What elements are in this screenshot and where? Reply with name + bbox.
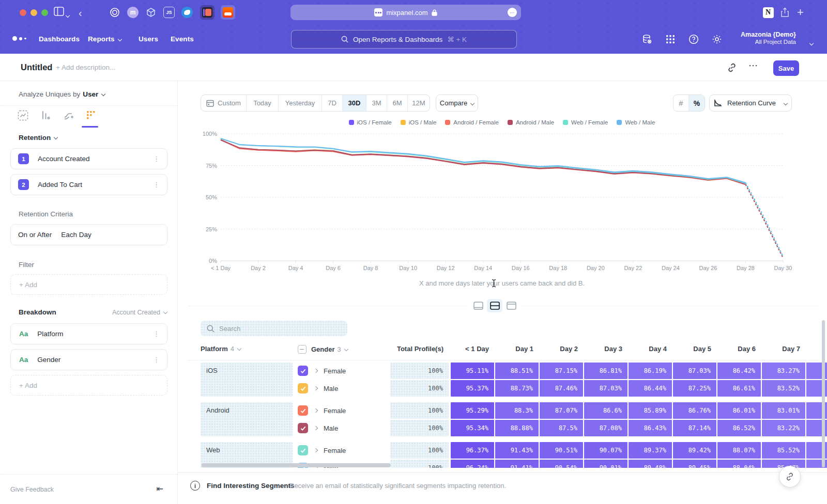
retention-section-label[interactable]: Retention: [19, 134, 57, 141]
retention-value-cell[interactable]: 86.6%: [584, 402, 627, 419]
retention-value-cell[interactable]: 85.52%: [762, 442, 805, 459]
retention-criteria-card[interactable]: On or After Each Day: [10, 224, 167, 245]
extension-letterboxd-icon[interactable]: [200, 5, 215, 20]
retention-value-cell[interactable]: 86.01%: [717, 402, 761, 419]
retention-value-cell[interactable]: 90.51%: [540, 442, 583, 459]
breakdown-add-button[interactable]: + Add: [10, 375, 167, 396]
day-column-header[interactable]: Day 1: [495, 345, 533, 353]
analyze-uniques-value[interactable]: User: [83, 90, 105, 98]
retention-value-cell[interactable]: 96.24%: [451, 460, 494, 468]
retention-value-cell[interactable]: 85.47%: [762, 460, 805, 468]
criteria-each-day[interactable]: Each Day: [61, 231, 91, 239]
chart-type-select[interactable]: Retention Curve: [709, 94, 792, 112]
range-6m[interactable]: 6M: [387, 95, 408, 111]
day-column-header[interactable]: Day 3: [584, 345, 622, 353]
share-icon[interactable]: [778, 6, 791, 19]
gender-row-cell[interactable]: Female: [298, 402, 346, 419]
day-column-header[interactable]: Day 6: [717, 345, 756, 353]
interesting-segments-title[interactable]: Find Interesting Segments: [207, 482, 295, 490]
extension-m-icon[interactable]: m: [127, 6, 139, 19]
expand-row-icon[interactable]: [314, 408, 318, 413]
global-search-button[interactable]: Open Reports & Dashboards ⌘ + K: [291, 30, 517, 49]
data-management-icon[interactable]: [641, 33, 653, 45]
retention-value-cell[interactable]: 91.43%: [495, 442, 539, 459]
range-yesterday[interactable]: Yesterday: [279, 95, 322, 111]
retention-value-cell[interactable]: 86.43%: [629, 420, 672, 436]
retention-value-cell[interactable]: 88.07%: [717, 442, 761, 459]
retention-value-cell[interactable]: 88.88%: [495, 420, 539, 436]
percentage-toggle[interactable]: %: [689, 95, 705, 111]
step-card-account-created[interactable]: 1 Account Created ⋮: [10, 148, 167, 169]
nav-item-reports[interactable]: Reports: [88, 35, 121, 43]
day-column-header[interactable]: < 1 Day: [451, 345, 489, 353]
retention-value-cell[interactable]: 89.37%: [629, 442, 672, 459]
tab-flows-icon[interactable]: [63, 110, 75, 122]
series-checkbox[interactable]: [298, 405, 308, 416]
mixpanel-logo[interactable]: [12, 36, 26, 41]
expand-row-icon[interactable]: [314, 369, 318, 373]
nav-item-users[interactable]: Users: [139, 35, 158, 43]
retention-value-cell[interactable]: 95.37%: [451, 380, 494, 397]
retention-value-cell[interactable]: 90.01%: [584, 460, 627, 468]
notion-icon[interactable]: N: [762, 6, 774, 19]
new-tab-icon[interactable]: +: [797, 6, 804, 19]
retention-value-cell[interactable]: 88.3%: [495, 402, 539, 419]
retention-value-cell[interactable]: 86.42%: [717, 363, 761, 379]
retention-value-cell[interactable]: 87.08%: [584, 420, 627, 436]
share-link-fab[interactable]: [779, 466, 800, 487]
retention-value-cell[interactable]: 89.42%: [673, 442, 716, 459]
series-checkbox[interactable]: [298, 445, 308, 455]
gender-row-cell[interactable]: Male: [298, 420, 338, 436]
retention-value-cell[interactable]: 87.46%: [540, 380, 583, 397]
retention-value-cell[interactable]: 96.37%: [451, 442, 494, 459]
absolute-numbers-toggle[interactable]: #: [673, 95, 689, 111]
expand-row-icon[interactable]: [314, 426, 318, 430]
apps-grid-icon[interactable]: [664, 33, 677, 45]
retention-value-cell[interactable]: 88.51%: [495, 363, 539, 379]
range-12m[interactable]: 12M: [408, 95, 430, 111]
report-title[interactable]: Untitled: [21, 62, 52, 72]
day-column-header[interactable]: Day 2: [540, 345, 578, 353]
tab-insights-icon[interactable]: [18, 110, 30, 122]
retention-value-cell[interactable]: 89.45%: [673, 460, 716, 468]
extension-cube-icon[interactable]: [145, 6, 157, 19]
address-more-icon[interactable]: ⋯: [508, 8, 517, 17]
vertical-scrollbar-thumb[interactable]: [822, 320, 825, 467]
retention-value-cell[interactable]: 87.03%: [584, 380, 627, 397]
retention-value-cell[interactable]: 86.81%: [584, 363, 627, 379]
tab-retention-icon[interactable]: [86, 110, 98, 122]
retention-value-cell[interactable]: 88.73%: [495, 380, 539, 397]
retention-value-cell[interactable]: 83.27%: [762, 363, 805, 379]
help-icon[interactable]: [687, 33, 700, 45]
filter-add-button[interactable]: + Add: [10, 274, 167, 295]
total-profiles-header[interactable]: Total Profile(s): [387, 345, 443, 353]
retention-value-cell[interactable]: 86.61%: [717, 380, 761, 397]
sidebar-chevron-icon[interactable]: [66, 10, 69, 21]
day-column-header[interactable]: Day 7: [762, 345, 800, 353]
legend-item[interactable]: Android / Male: [508, 119, 554, 125]
step-card-added-to-cart[interactable]: 2 Added To Cart ⋮: [10, 174, 167, 195]
retention-value-cell[interactable]: 83.52%: [762, 380, 805, 397]
gender-select-checkbox[interactable]: [298, 345, 307, 354]
maximize-window-button[interactable]: [41, 9, 48, 16]
day-column-header[interactable]: Day 4: [629, 345, 667, 353]
series-checkbox[interactable]: [298, 366, 308, 376]
range-3m[interactable]: 3M: [366, 95, 387, 111]
retention-value-cell[interactable]: 83.22%: [762, 420, 805, 436]
legend-item[interactable]: Web / Male: [617, 119, 655, 125]
tab-funnels-icon[interactable]: [40, 110, 53, 122]
retention-value-cell[interactable]: 95.29%: [451, 402, 494, 419]
settings-gear-icon[interactable]: [711, 33, 723, 45]
legend-item[interactable]: Android / Female: [445, 119, 499, 125]
step-kebab-icon[interactable]: ⋮: [153, 155, 160, 162]
retention-value-cell[interactable]: 95.34%: [451, 420, 494, 436]
retention-value-cell[interactable]: 87.14%: [673, 420, 716, 436]
gender-row-cell[interactable]: Male: [298, 380, 338, 397]
split-view-button[interactable]: [487, 299, 502, 312]
day-column-header[interactable]: Day 5: [673, 345, 711, 353]
gender-column-header[interactable]: Gender3: [298, 345, 348, 354]
breakdown-kebab-icon[interactable]: ⋮: [153, 330, 160, 337]
retention-value-cell[interactable]: 86.19%: [629, 363, 672, 379]
copy-link-icon[interactable]: [727, 62, 738, 74]
platform-group-cell[interactable]: iOS: [201, 363, 293, 397]
